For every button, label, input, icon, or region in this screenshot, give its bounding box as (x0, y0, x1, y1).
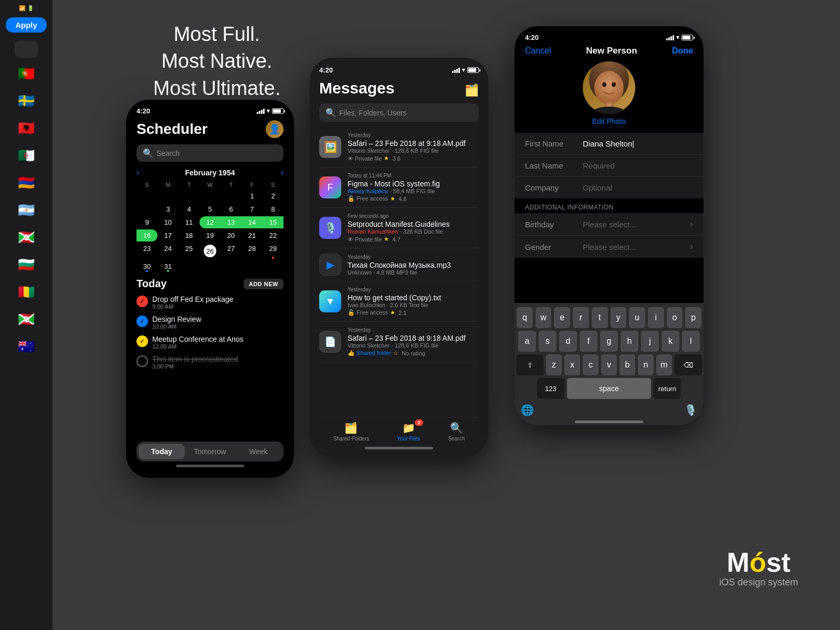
cal-day-3[interactable]: 3 (158, 203, 178, 215)
cal-day-24[interactable]: 24 (158, 243, 178, 259)
messages-search[interactable]: 🔍 Files, Folders, Users (319, 103, 479, 122)
cal-day-27[interactable]: 27 (220, 243, 242, 259)
key-w[interactable]: w (536, 307, 552, 328)
calendar-days[interactable]: 1 2 . 3 4 5 6 7 8 9 10 11 12 13 14 15 (136, 190, 284, 272)
cal-day-6[interactable]: 6 (220, 203, 242, 215)
cal-day-23[interactable]: 23 (136, 243, 158, 259)
task-item-4[interactable]: This item is procrastinated 3:00 PM (136, 355, 284, 370)
user-avatar[interactable]: 👤 (266, 120, 284, 138)
cal-day-range-start[interactable]: 12 (200, 216, 220, 228)
cal-day-2[interactable]: 2 (262, 190, 284, 202)
cal-day-20[interactable]: 20 (220, 229, 242, 242)
prev-month-button[interactable]: ‹ (136, 168, 139, 177)
key-u[interactable]: u (629, 307, 645, 328)
key-d[interactable]: d (559, 331, 577, 352)
nav-search[interactable]: 🔍 Search (448, 422, 465, 442)
flag-item-6[interactable]: 🇦🇷 (15, 198, 38, 222)
key-123[interactable]: 123 (537, 378, 564, 399)
msg-item-3[interactable]: 🎙️ Few seconds ago Setproduct Manifest.G… (319, 208, 479, 248)
mic-icon[interactable]: 🎙️ (684, 404, 697, 416)
key-return[interactable]: return (654, 378, 681, 399)
key-n[interactable]: n (638, 354, 654, 375)
key-shift[interactable]: ⇧ (516, 354, 543, 375)
first-name-row[interactable]: First Name Diana Shelton (514, 133, 704, 155)
cal-day-19[interactable]: 19 (200, 229, 220, 242)
cal-day-range-end[interactable]: 16 (136, 229, 158, 242)
flag-item-2[interactable]: 🇸🇪 (15, 89, 38, 112)
key-a[interactable]: a (518, 331, 536, 352)
key-o[interactable]: o (667, 307, 683, 328)
msg-item-6[interactable]: 📄 Yesterday Safari – 23 Feb 2018 at 9:18… (319, 322, 479, 362)
task-item-3[interactable]: ✓ Meetup Conference at Anos 12:00 AM (136, 335, 284, 350)
key-h[interactable]: h (621, 331, 638, 352)
flag-item-1[interactable]: 🇵🇹 (15, 62, 38, 85)
flag-item-3[interactable]: 🇦🇱 (15, 117, 38, 140)
scheduler-search[interactable]: 🔍 Search (136, 144, 284, 162)
flag-item-7[interactable]: 🇧🇮 (15, 226, 38, 249)
cal-day-1[interactable]: 1 (242, 190, 262, 202)
cal-day-14[interactable]: 14 (242, 216, 262, 228)
cal-day-today[interactable]: 26 (200, 243, 220, 259)
key-k[interactable]: k (662, 331, 679, 352)
first-name-value[interactable]: Diana Shelton (583, 139, 693, 148)
key-c[interactable]: c (583, 354, 598, 375)
cancel-button[interactable]: Cancel (525, 46, 551, 56)
key-i[interactable]: i (648, 307, 664, 328)
cal-day-13[interactable]: 13 (220, 216, 242, 228)
key-m[interactable]: m (656, 354, 672, 375)
msg-item-1[interactable]: 🖼️ Yesterday Safari – 23 Feb 2018 at 9:1… (319, 127, 479, 167)
apply-button[interactable]: Apply (6, 17, 47, 33)
tab-week[interactable]: Week (235, 444, 281, 459)
cal-day-17[interactable]: 17 (158, 229, 178, 242)
key-delete[interactable]: ⌫ (675, 354, 702, 375)
cal-day-11[interactable]: 11 (178, 216, 200, 228)
flag-item-4[interactable]: 🇩🇿 (15, 144, 38, 167)
key-l[interactable]: l (682, 331, 700, 352)
key-j[interactable]: j (641, 331, 659, 352)
cal-day-21[interactable]: 21 (242, 229, 262, 242)
key-g[interactable]: g (600, 331, 618, 352)
key-space[interactable]: space (567, 378, 651, 399)
key-p[interactable]: p (685, 307, 701, 328)
edit-photo-button[interactable]: Edit Photo (592, 117, 626, 125)
flag-item-8[interactable]: 🇧🇬 (15, 253, 38, 276)
key-b[interactable]: b (620, 354, 635, 375)
msg-item-5[interactable]: ▼ Yesterday How to get started (Copy).tx… (319, 281, 479, 322)
cal-day-10[interactable]: 10 (158, 216, 178, 228)
globe-icon[interactable]: 🌐 (521, 404, 534, 416)
key-y[interactable]: y (611, 307, 627, 328)
company-placeholder[interactable]: Optional (583, 183, 693, 192)
cal-day-25[interactable]: 25 (178, 243, 200, 259)
cal-day-7[interactable]: 7 (242, 203, 262, 215)
cal-day-15[interactable]: 15 (262, 216, 284, 228)
flag-item-9[interactable]: 🇬🇳 (15, 280, 38, 303)
cal-day-18[interactable]: 18 (178, 229, 200, 242)
gender-row[interactable]: Gender Please select... › (514, 236, 704, 258)
key-q[interactable]: q (517, 307, 533, 328)
cal-day-9[interactable]: 9 (136, 216, 158, 228)
cal-day-5[interactable]: 5 (200, 203, 220, 215)
flag-item-5[interactable]: 🇦🇲 (15, 171, 38, 194)
tab-today[interactable]: Today (139, 444, 185, 459)
contact-avatar[interactable] (583, 61, 635, 114)
task-item-1[interactable]: ✓ Drop off Fed Ex package 9:00 AM (136, 295, 284, 310)
next-month-button[interactable]: › (281, 168, 284, 177)
key-f[interactable]: f (580, 331, 597, 352)
folder-icon[interactable]: 🗂️ (465, 83, 479, 97)
last-name-row[interactable]: Last Name Required (514, 155, 704, 177)
cal-day-4[interactable]: 4 (178, 203, 200, 215)
key-t[interactable]: t (592, 307, 608, 328)
add-new-button[interactable]: ADD NEW (244, 279, 284, 289)
nav-your-files[interactable]: 📁 2 Your Files (397, 422, 420, 442)
nav-shared-folders[interactable]: 🗂️ Shared Folders (333, 422, 369, 442)
company-row[interactable]: Company Optional (514, 177, 704, 198)
key-e[interactable]: e (554, 307, 570, 328)
done-button[interactable]: Done (672, 46, 693, 56)
cal-day-8[interactable]: 8 (262, 203, 284, 215)
key-z[interactable]: z (546, 354, 562, 375)
msg-item-2[interactable]: F Today at 11:44 PM Figma - Most iOS sys… (319, 167, 479, 208)
flag-item-11[interactable]: 🇦🇺 (15, 335, 38, 358)
cal-day-29[interactable]: 29 (262, 243, 284, 259)
cal-day-31[interactable]: 31 (158, 260, 178, 272)
task-item-2[interactable]: ✓ Design Review 10:00 AM (136, 315, 284, 330)
